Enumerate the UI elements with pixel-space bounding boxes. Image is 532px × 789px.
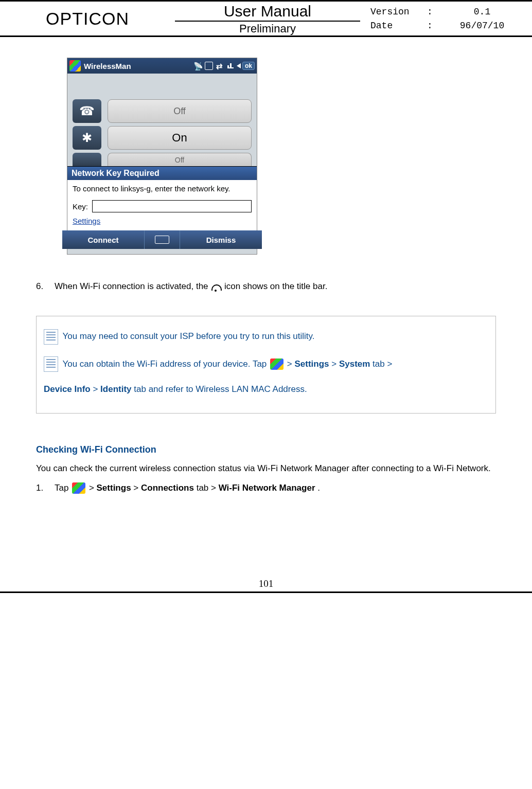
toggle-row-partial: Off bbox=[73, 153, 252, 166]
start-logo-icon bbox=[270, 358, 283, 370]
network-icon: ⇄ bbox=[216, 62, 224, 70]
gt: > bbox=[89, 483, 97, 493]
note-line-2: You can obtain the Wi-Fi address of your… bbox=[44, 354, 488, 373]
gt: > bbox=[93, 384, 100, 394]
note-icon bbox=[44, 329, 58, 345]
section-heading: Checking Wi-Fi Connection bbox=[36, 444, 496, 455]
volume-icon bbox=[237, 63, 241, 68]
signal-icon bbox=[227, 63, 234, 68]
phone-bottombar: Connect Dismiss bbox=[62, 230, 262, 249]
text: . bbox=[317, 483, 320, 493]
notes-box: You may need to consult your ISP before … bbox=[36, 316, 496, 414]
doc-subtitle: Preliminary bbox=[175, 22, 360, 35]
colon: : bbox=[427, 7, 442, 17]
phone-icon: ☎ bbox=[73, 99, 101, 123]
path-settings: Settings bbox=[294, 359, 329, 369]
start-logo-icon bbox=[72, 482, 85, 494]
note-text: You may need to consult your ISP before … bbox=[62, 331, 314, 341]
path-settings: Settings bbox=[97, 483, 131, 493]
brand: OPTICON bbox=[0, 2, 175, 35]
keyboard-button[interactable] bbox=[144, 230, 180, 249]
device-screenshot: WirelessMan 📡 ⇄ ok ☎ Off ✱ On Off Networ… bbox=[67, 58, 257, 255]
date-label: Date bbox=[370, 21, 427, 31]
status-icon: 📡 bbox=[193, 62, 202, 70]
phone-toggle[interactable]: Off bbox=[108, 99, 252, 123]
header-center: User Manual Preliminary bbox=[175, 2, 360, 35]
step-1: 1. Tap > Settings > Connections tab > Wi… bbox=[36, 480, 496, 496]
text: tab > bbox=[373, 359, 392, 369]
text: tab > bbox=[197, 483, 219, 493]
gt: > bbox=[133, 483, 141, 493]
ok-button[interactable]: ok bbox=[242, 62, 255, 70]
bluetooth-icon: ✱ bbox=[73, 126, 101, 150]
version-value: 0.1 bbox=[442, 7, 522, 17]
colon: : bbox=[427, 21, 442, 31]
note-line-1: You may need to consult your ISP before … bbox=[44, 327, 488, 346]
header-meta: Version : 0.1 Date : 96/07/10 bbox=[360, 2, 532, 35]
key-input[interactable] bbox=[92, 200, 252, 212]
section-body: You can check the current wireless conne… bbox=[36, 460, 496, 477]
page-number: 101 bbox=[0, 578, 532, 593]
step-6: 6. When Wi-Fi connection is activated, t… bbox=[36, 279, 496, 293]
key-label: Key: bbox=[73, 202, 88, 211]
doc-title: User Manual bbox=[175, 2, 360, 22]
text: tab and refer to Wireless LAN MAC Addres… bbox=[134, 384, 307, 394]
step-number: 6. bbox=[36, 279, 55, 293]
note-icon bbox=[44, 356, 58, 372]
step-text: Tap > Settings > Connections tab > Wi-Fi… bbox=[55, 480, 320, 496]
bluetooth-toggle[interactable]: On bbox=[108, 126, 252, 150]
toggle-row: ✱ On bbox=[73, 126, 252, 150]
step-number: 1. bbox=[36, 480, 55, 496]
toggle-row: ☎ Off bbox=[73, 99, 252, 123]
gt: > bbox=[331, 359, 339, 369]
settings-link[interactable]: Settings bbox=[73, 217, 100, 225]
path-system: System bbox=[339, 359, 370, 369]
version-label: Version bbox=[370, 7, 427, 17]
path-target: Wi-Fi Network Manager bbox=[219, 483, 315, 493]
date-value: 96/07/10 bbox=[442, 21, 522, 31]
wifi-icon bbox=[210, 282, 222, 292]
phone-titlebar: WirelessMan 📡 ⇄ ok bbox=[67, 58, 257, 74]
start-logo-icon[interactable] bbox=[69, 60, 81, 71]
path-connections: Connections bbox=[141, 483, 194, 493]
wifi-toggle-partial[interactable]: Off bbox=[108, 153, 252, 166]
path-identity: Identity bbox=[100, 384, 131, 394]
modal-title: Network Key Required bbox=[67, 167, 257, 180]
page-header: OPTICON User Manual Preliminary Version … bbox=[0, 0, 532, 37]
app-title: WirelessMan bbox=[84, 62, 192, 70]
wifi-icon bbox=[73, 153, 101, 166]
modal-body-text: To connect to linksys-g, enter the netwo… bbox=[73, 184, 252, 193]
note-line-3: Device Info > Identity tab and refer to … bbox=[44, 380, 488, 399]
gt: > bbox=[287, 359, 295, 369]
text: Tap bbox=[55, 483, 71, 493]
connect-button[interactable]: Connect bbox=[62, 236, 144, 244]
network-key-modal: Network Key Required To connect to links… bbox=[67, 166, 257, 249]
text: icon shows on the title bar. bbox=[224, 281, 327, 291]
keyboard-icon bbox=[155, 236, 169, 244]
connectivity-icon bbox=[205, 62, 213, 70]
step-text: When Wi-Fi connection is activated, the … bbox=[55, 279, 327, 293]
dismiss-button[interactable]: Dismiss bbox=[180, 236, 262, 244]
text: When Wi-Fi connection is activated, the bbox=[55, 281, 210, 291]
path-device-info: Device Info bbox=[44, 384, 91, 394]
note-text: You can obtain the Wi-Fi address of your… bbox=[62, 359, 269, 369]
